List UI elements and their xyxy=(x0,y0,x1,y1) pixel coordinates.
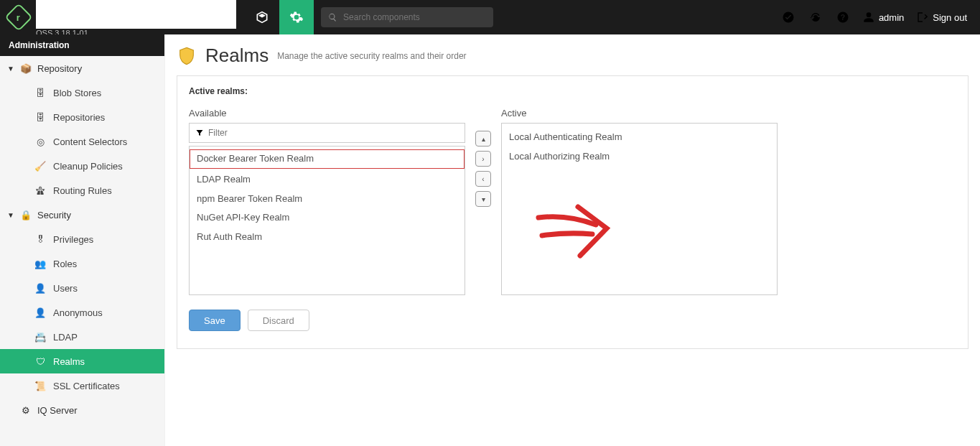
search-input[interactable] xyxy=(343,12,486,22)
sidebar-section[interactable]: ▼🔒Security xyxy=(0,203,164,227)
filter-input[interactable] xyxy=(208,128,459,138)
section-label: Repository xyxy=(37,63,82,74)
page-title: Realms xyxy=(205,45,269,67)
admin-mode-button[interactable] xyxy=(279,0,314,34)
item-label: Privileges xyxy=(53,234,93,245)
filter-icon xyxy=(195,129,204,137)
shield-icon xyxy=(177,46,197,66)
transfer-controls: ▴ › ‹ ▾ xyxy=(475,108,491,207)
help-icon[interactable]: ? xyxy=(836,10,850,24)
move-left-button[interactable]: ‹ xyxy=(475,171,491,187)
section-icon: ⚙ xyxy=(20,404,32,416)
search-wrap xyxy=(321,7,493,27)
search-box[interactable] xyxy=(321,7,493,27)
page-subtitle: Manage the active security realms and th… xyxy=(277,51,466,61)
signout-label: Sign out xyxy=(933,12,967,23)
sidebar-item[interactable]: 📜SSL Certificates xyxy=(0,373,164,398)
item-label: Cleanup Policies xyxy=(53,161,123,172)
list-item[interactable]: Docker Bearer Token Realm xyxy=(190,149,465,169)
sidebar-item[interactable]: 🎖Privileges xyxy=(0,227,164,251)
chevron-down-icon: ▼ xyxy=(7,65,14,73)
section-icon: 🔒 xyxy=(20,209,32,220)
item-icon: ◎ xyxy=(34,136,46,147)
page-header: Realms Manage the active security realms… xyxy=(177,45,969,67)
available-listbox[interactable]: Docker Bearer Token RealmLDAP Realmnpm B… xyxy=(189,146,465,295)
item-icon: 📇 xyxy=(34,331,46,343)
svg-text:?: ? xyxy=(841,13,845,22)
active-listbox[interactable]: Local Authenticating RealmLocal Authoriz… xyxy=(501,123,778,295)
item-icon: 👥 xyxy=(34,258,46,269)
logo-icon: r xyxy=(4,3,33,32)
sidebar-item[interactable]: 🧹Cleanup Policies xyxy=(0,154,164,178)
sidebar-title: Administration xyxy=(0,34,164,56)
sidebar-item[interactable]: 🛡Realms xyxy=(0,349,164,373)
logo-block: r Sonatype Nexus Repository Manager OSS … xyxy=(0,0,245,37)
user-label: admin xyxy=(879,12,904,23)
section-label: Active realms: xyxy=(189,86,956,96)
item-icon: 👤 xyxy=(34,307,46,318)
sidebar-item[interactable]: 👥Roles xyxy=(0,251,164,276)
list-item[interactable]: LDAP Realm xyxy=(190,170,465,190)
sidebar-item[interactable]: ◎Content Selectors xyxy=(0,129,164,154)
item-icon: 🗄 xyxy=(34,111,46,123)
item-icon: 🎖 xyxy=(34,233,46,245)
discard-button[interactable]: Discard xyxy=(248,310,309,331)
active-label: Active xyxy=(501,108,778,119)
save-button[interactable]: Save xyxy=(189,310,241,331)
list-item[interactable]: Rut Auth Realm xyxy=(190,228,465,247)
search-icon xyxy=(328,12,337,22)
list-item[interactable]: Local Authorizing Realm xyxy=(502,147,777,167)
active-column: Active Local Authenticating RealmLocal A… xyxy=(501,108,778,295)
move-up-button[interactable]: ▴ xyxy=(475,131,491,147)
realms-panel: Active realms: Available Docker Bearer T… xyxy=(177,75,969,349)
sidebar-section[interactable]: ▼📦Repository xyxy=(0,56,164,80)
item-label: Realms xyxy=(53,356,85,367)
item-label: Blob Stores xyxy=(53,88,101,98)
list-item[interactable]: npm Bearer Token Realm xyxy=(190,190,465,209)
move-right-button[interactable]: › xyxy=(475,151,491,167)
item-icon: 👤 xyxy=(34,282,46,294)
item-label: Routing Rules xyxy=(53,185,112,196)
item-label: Users xyxy=(53,283,78,294)
sidebar: Administration ▼📦Repository🗄Blob Stores🗄… xyxy=(0,34,165,446)
chevron-down-icon: ▼ xyxy=(7,211,14,219)
list-item[interactable]: Local Authenticating Realm xyxy=(502,128,777,147)
sidebar-item[interactable]: 🗄Repositories xyxy=(0,105,164,129)
sidebar-item[interactable]: 📇LDAP xyxy=(0,325,164,349)
app-header: r Sonatype Nexus Repository Manager OSS … xyxy=(0,0,980,34)
sidebar-item[interactable]: 🗄Blob Stores xyxy=(0,80,164,105)
sidebar-item[interactable]: 👤Anonymous xyxy=(0,300,164,325)
sidebar-item[interactable]: 👤Users xyxy=(0,276,164,300)
section-label: IQ Server xyxy=(37,405,78,416)
available-label: Available xyxy=(189,108,465,119)
list-item[interactable]: NuGet API-Key Realm xyxy=(190,208,465,228)
product-name: Sonatype Nexus Repository Manager xyxy=(36,0,236,29)
sidebar-section[interactable]: ⚙IQ Server xyxy=(0,398,164,422)
user-menu[interactable]: admin xyxy=(863,11,904,23)
move-down-button[interactable]: ▾ xyxy=(475,191,491,207)
available-column: Available Docker Bearer Token RealmLDAP … xyxy=(189,108,465,295)
status-ok-icon[interactable] xyxy=(781,10,795,24)
item-label: Repositories xyxy=(53,112,105,123)
item-label: Anonymous xyxy=(53,307,103,318)
sidebar-item[interactable]: 🛣Routing Rules xyxy=(0,178,164,203)
item-label: Content Selectors xyxy=(53,136,127,147)
section-label: Security xyxy=(37,210,71,220)
item-icon: 🛡 xyxy=(34,356,46,367)
item-label: SSL Certificates xyxy=(53,381,120,391)
item-icon: 📜 xyxy=(34,380,46,391)
main-content: Realms Manage the active security realms… xyxy=(165,34,980,446)
browse-mode-button[interactable] xyxy=(245,0,279,34)
item-label: Roles xyxy=(53,259,77,269)
item-icon: 🧹 xyxy=(34,160,46,172)
filter-box[interactable] xyxy=(189,123,465,143)
item-label: LDAP xyxy=(53,332,78,343)
refresh-icon[interactable] xyxy=(808,10,823,24)
signout-button[interactable]: Sign out xyxy=(917,11,967,23)
item-icon: 🗄 xyxy=(34,87,46,98)
signout-icon xyxy=(917,11,928,23)
item-icon: 🛣 xyxy=(34,185,46,196)
user-icon xyxy=(863,11,874,23)
section-icon: 📦 xyxy=(20,62,32,74)
